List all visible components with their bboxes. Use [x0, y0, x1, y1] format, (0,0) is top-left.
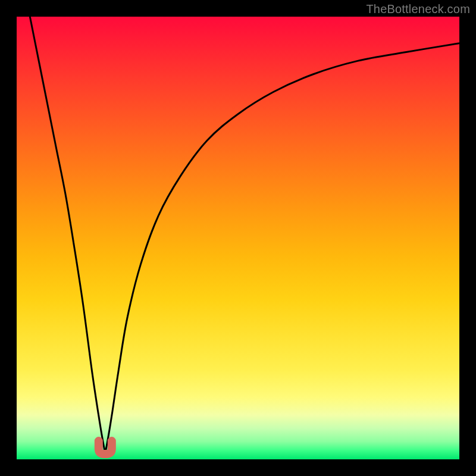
- bottleneck-curve: [17, 17, 459, 459]
- watermark-text: TheBottleneck.com: [366, 2, 470, 16]
- chart-frame: TheBottleneck.com: [0, 0, 476, 476]
- plot-area: [17, 17, 459, 459]
